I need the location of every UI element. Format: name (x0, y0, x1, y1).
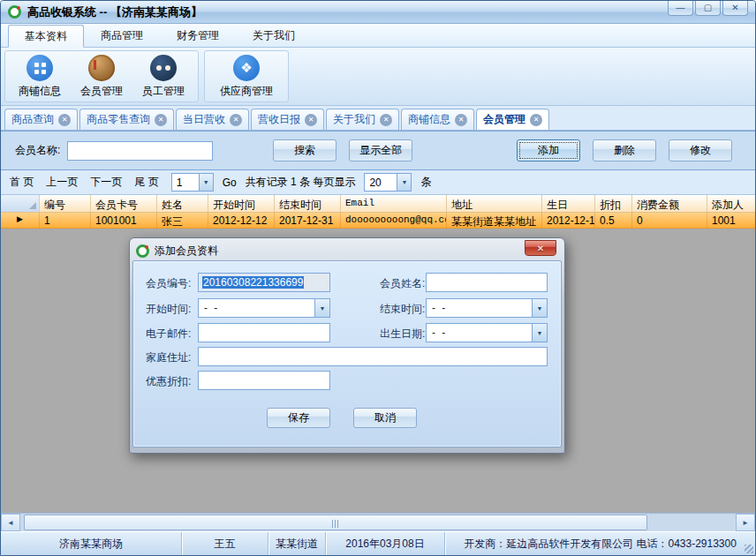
grid-header-cell[interactable]: 结束时间 (275, 195, 341, 212)
scroll-track[interactable] (647, 514, 736, 531)
toolbar-button[interactable]: 员工管理 (132, 53, 194, 100)
grid-header-cell[interactable]: 地址 (447, 195, 542, 212)
tab-close-icon[interactable]: ✕ (230, 114, 242, 126)
first-page-link[interactable]: 首 页 (10, 175, 34, 190)
menu-tab-label: 财务管理 (177, 29, 219, 41)
grid-cell[interactable]: 张三 (157, 213, 208, 228)
grid-cell[interactable]: 0.5 (595, 213, 632, 228)
grid-header-cell[interactable]: 添加人 (707, 195, 756, 212)
doc-tab[interactable]: 商铺信息 ✕ (401, 109, 474, 130)
dlg-discount-input[interactable] (198, 371, 330, 390)
grid-cell[interactable]: 1001001 (91, 213, 157, 228)
toolbar-button[interactable]: 商铺信息 (9, 53, 71, 100)
prev-page-link[interactable]: 上一页 (46, 175, 78, 190)
page-size-combo[interactable]: 20 ▼ (364, 173, 412, 192)
grid-header-cell[interactable]: 姓名 (157, 195, 208, 212)
toolbar: 商铺信息 会员管理 员工管理 ❖ 供应商管理 (1, 48, 755, 106)
dropdown-arrow-icon[interactable]: ▼ (397, 174, 411, 191)
last-page-link[interactable]: 尾 页 (134, 175, 158, 190)
menu-tab[interactable]: 关于我们 (236, 24, 312, 47)
grid-header-cell[interactable]: 折扣 (595, 195, 632, 212)
grid-cell[interactable]: 2012-12-12 (208, 213, 275, 228)
doc-tabstrip: 商品查询 ✕ 商品零售查询 ✕ 当日营收 ✕ 营收日报 ✕ 关于我们 ✕ (1, 106, 755, 131)
menu-tab-label: 关于我们 (253, 29, 295, 41)
minimize-button[interactable]: — (668, 1, 693, 16)
dialog-close-button[interactable]: ✕ (525, 240, 556, 256)
resize-grip[interactable] (745, 545, 753, 553)
grid-cell[interactable]: 某某街道某某地址 (447, 213, 542, 228)
menu-tab-label: 商品管理 (101, 29, 143, 41)
doc-tab[interactable]: 商品查询 ✕ (4, 109, 78, 130)
grid-header-cell[interactable]: 会员卡号 (91, 195, 157, 212)
doc-tab[interactable]: 商品零售查询 ✕ (79, 109, 174, 130)
scroll-left-arrow-icon[interactable]: ◄ (1, 514, 20, 531)
tab-close-icon[interactable]: ✕ (455, 114, 467, 126)
grid-header-cell[interactable]: 消费金额 (632, 195, 707, 212)
cancel-button[interactable]: 取消 (353, 408, 417, 428)
grid-cell[interactable]: dooooooooong@qq.com (341, 213, 447, 228)
dialog-title: 添加会员资料 (155, 244, 218, 259)
grid-data-row[interactable]: ▶ 1 1001001 张三 2012-12-12 2017-12-31 doo… (1, 213, 755, 229)
dlg-member-no-input[interactable]: 20160308221336699 (198, 273, 330, 292)
dlg-end-time-label: 结束时间: (380, 302, 425, 317)
grid-cell[interactable]: 2012-12-12 (542, 213, 595, 228)
grid-corner-cell[interactable] (1, 195, 40, 212)
modify-button[interactable]: 修改 (669, 139, 732, 162)
dlg-start-time-combo[interactable]: - - ▼ (198, 298, 330, 318)
save-button[interactable]: 保存 (267, 408, 330, 428)
dropdown-arrow-icon[interactable]: ▼ (314, 299, 329, 317)
dlg-birth-date-value: - - (427, 327, 532, 339)
search-button[interactable]: 搜索 (273, 139, 336, 162)
show-all-button[interactable]: 显示全部 (349, 139, 412, 162)
grid-cell[interactable]: 1001 (707, 213, 756, 228)
dlg-member-name-input[interactable] (426, 273, 548, 292)
grid-cell[interactable]: 2017-12-31 (275, 213, 341, 228)
dropdown-arrow-icon[interactable]: ▼ (532, 299, 547, 317)
filter-bar: 会员名称: 搜索 显示全部 添加 删除 修改 (1, 131, 755, 170)
doc-tab[interactable]: 当日营收 ✕ (176, 109, 249, 130)
dlg-email-input[interactable] (198, 323, 330, 342)
doc-tab[interactable]: 关于我们 ✕ (326, 109, 399, 130)
tab-close-icon[interactable]: ✕ (380, 114, 392, 126)
menu-tab[interactable]: 基本资料 (8, 25, 84, 48)
member-name-label: 会员名称: (15, 143, 60, 158)
grid-cell[interactable]: 1 (40, 213, 91, 228)
go-label[interactable]: Go (223, 177, 237, 189)
tab-close-icon[interactable]: ✕ (155, 114, 167, 126)
tab-close-icon[interactable]: ✕ (58, 114, 71, 126)
menu-tab[interactable]: 财务管理 (160, 24, 236, 47)
toolbar-button-supplier[interactable]: ❖ 供应商管理 (208, 53, 284, 100)
grid-header-cell[interactable]: 开始时间 (208, 195, 275, 212)
dlg-end-time-combo[interactable]: - - ▼ (426, 298, 548, 318)
dlg-member-no-label: 会员编号: (146, 276, 191, 291)
dropdown-arrow-icon[interactable]: ▼ (199, 174, 213, 191)
delete-button[interactable]: 删除 (593, 139, 656, 162)
dlg-birth-date-combo[interactable]: - - ▼ (426, 323, 548, 342)
toolbar-button[interactable]: 会员管理 (71, 53, 132, 100)
next-page-link[interactable]: 下一页 (90, 175, 122, 190)
tab-close-icon[interactable]: ✕ (305, 114, 317, 126)
dropdown-arrow-icon[interactable]: ▼ (532, 324, 547, 342)
grid-header-cell[interactable]: 生日 (542, 195, 595, 212)
menu-tab[interactable]: 商品管理 (84, 24, 160, 47)
member-name-input[interactable] (67, 141, 213, 161)
close-button[interactable]: ✕ (722, 1, 748, 16)
grid-cell[interactable]: 0 (632, 213, 707, 228)
maximize-button[interactable]: ▢ (695, 1, 721, 16)
scroll-right-arrow-icon[interactable]: ► (736, 514, 755, 531)
doc-tab[interactable]: 会员管理 ✕ (476, 109, 549, 130)
toolbar-button-label: 员工管理 (142, 84, 185, 99)
page-number-combo[interactable]: 1 ▼ (171, 173, 214, 192)
doc-tab[interactable]: 营收日报 ✕ (251, 109, 324, 130)
dlg-birth-date-label: 出生日期: (380, 327, 425, 342)
add-button[interactable]: 添加 (517, 139, 580, 162)
scroll-thumb[interactable] (24, 515, 647, 530)
h-scrollbar[interactable]: ◄ ► (1, 513, 755, 531)
dlg-start-time-label: 开始时间: (146, 302, 191, 317)
toolbar-button-label: 商铺信息 (19, 84, 61, 99)
add-member-dialog: 添加会员资料 ✕ 会员编号: 20160308221336699 会员姓名: 开… (129, 237, 565, 454)
grid-header-cell[interactable]: Email (341, 195, 447, 212)
tab-close-icon[interactable]: ✕ (530, 114, 542, 126)
grid-header-cell[interactable]: 编号 (40, 195, 91, 212)
dlg-address-input[interactable] (198, 347, 548, 366)
